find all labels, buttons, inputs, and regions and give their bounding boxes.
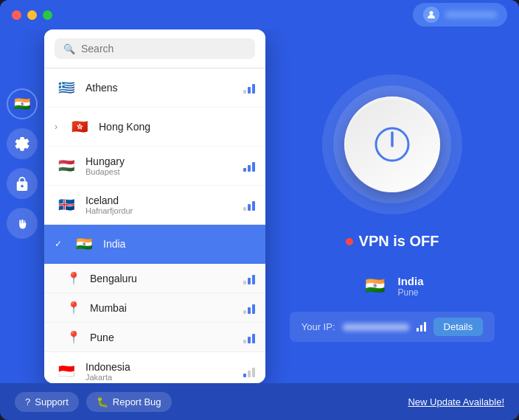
search-container: 🔍 (44, 29, 265, 69)
report-bug-label: Report Bug (113, 396, 161, 407)
bug-icon: 🐛 (97, 396, 108, 407)
update-available-link[interactable]: New Update Available! (408, 396, 504, 407)
selected-location-info: India Pune (397, 275, 423, 298)
minimize-button[interactable] (27, 10, 37, 20)
server-name: Pune (90, 332, 236, 343)
gear-icon (15, 136, 29, 151)
country-flag-icon: 🇮🇸 (55, 193, 78, 217)
server-info: Mumbai (90, 302, 236, 314)
search-icon: 🔍 (63, 43, 75, 55)
bar-2 (248, 204, 251, 211)
server-name: India (103, 238, 255, 250)
server-list-panel: 🔍 🇬🇷 Athens (44, 29, 265, 383)
sidebar-item-location[interactable]: 🇮🇳 (7, 88, 38, 119)
server-info: Hungary Budapest (86, 155, 236, 176)
list-item[interactable]: 🇭🇺 Hungary Budapest (44, 147, 265, 186)
bar-2 (248, 278, 251, 284)
list-item[interactable]: 🇮🇸 Iceland Hafnarfjordur (44, 186, 265, 225)
location-pin-icon: 📍 (65, 330, 83, 344)
search-input-wrap[interactable]: 🔍 (55, 38, 255, 59)
bar-2 (248, 87, 251, 94)
signal-bars (243, 332, 255, 343)
list-item[interactable]: 🇮🇩 Indonesia Jakarta (44, 352, 265, 383)
bar-2 (248, 307, 251, 314)
vpn-status-indicator: VPN is OFF (346, 233, 439, 250)
server-city: Jakarta (86, 373, 236, 382)
country-flag-icon: 🇭🇰 (68, 115, 91, 139)
sidebar-item-blocker[interactable] (7, 208, 38, 239)
report-bug-button[interactable]: 🐛 Report Bug (86, 392, 172, 412)
sidebar-icon-panel: 🇮🇳 (0, 29, 44, 383)
bar-1 (417, 328, 419, 332)
expand-icon: ✓ (55, 239, 62, 249)
bar-3 (252, 162, 255, 172)
selected-country-flag: 🇮🇳 (360, 272, 389, 300)
list-item[interactable]: 📍 Mumbai (44, 293, 265, 323)
list-item[interactable]: ✓ 🇮🇳 India (44, 225, 265, 264)
bar-3 (252, 368, 255, 377)
server-info: Indonesia Jakarta (86, 361, 236, 382)
maximize-button[interactable] (43, 10, 52, 20)
signal-bars (243, 199, 255, 211)
bar-1 (243, 340, 246, 343)
support-button[interactable]: ? Support (15, 392, 79, 412)
signal-bars (243, 273, 255, 284)
hand-icon (15, 216, 29, 231)
bar-1 (243, 374, 246, 377)
ip-label: Your IP: (302, 321, 335, 332)
server-info: Athens (86, 82, 236, 94)
server-name: Athens (86, 82, 236, 94)
selected-country-name: India (397, 275, 423, 287)
details-button[interactable]: Details (433, 318, 484, 336)
server-name: Bengaluru (90, 273, 236, 284)
server-info: Hong Kong (99, 121, 255, 133)
search-input[interactable] (81, 43, 246, 55)
sidebar-item-security[interactable] (7, 168, 38, 199)
server-name: Hong Kong (99, 121, 255, 133)
close-button[interactable] (12, 10, 21, 20)
list-item[interactable]: 🇬🇷 Athens (44, 69, 265, 108)
bar-3 (252, 201, 255, 211)
app-window: 🇮🇳 🔍 (0, 0, 519, 420)
country-flag-icon: 🇮🇳 (72, 232, 96, 256)
bar-1 (243, 281, 246, 284)
selected-location-display: 🇮🇳 India Pune (360, 272, 423, 300)
power-toggle-button[interactable] (344, 97, 440, 192)
list-item[interactable]: 📍 Pune (44, 323, 265, 352)
signal-bars (243, 160, 255, 172)
vpn-status-panel: VPN is OFF 🇮🇳 India Pune Your IP: Detail… (265, 29, 519, 383)
list-item[interactable]: › 🇭🇰 Hong Kong (44, 108, 265, 147)
location-pin-icon: 📍 (65, 271, 83, 285)
server-name: Indonesia (86, 361, 236, 373)
country-flag-icon: 🇮🇩 (55, 360, 78, 383)
location-pin-icon: 📍 (65, 301, 83, 315)
bar-1 (243, 207, 246, 211)
signal-bars (243, 82, 255, 94)
server-info: Bengaluru (90, 273, 236, 284)
server-name: Hungary (86, 155, 236, 167)
vpn-status-text: VPN is OFF (359, 233, 439, 250)
india-flag-icon: 🇮🇳 (14, 96, 30, 112)
bar-3 (252, 84, 255, 94)
country-flag-icon: 🇭🇺 (55, 154, 78, 178)
server-list: 🇬🇷 Athens › 🇭🇰 Hong Kong (44, 69, 265, 383)
signal-bars (243, 302, 255, 314)
ip-address-bar: Your IP: Details (290, 312, 495, 342)
list-item[interactable]: 📍 Bengaluru (44, 264, 265, 293)
bar-1 (243, 168, 246, 172)
user-name-display (445, 11, 497, 18)
bar-1 (243, 310, 246, 314)
bar-2 (248, 165, 251, 172)
sidebar-item-settings[interactable] (7, 128, 38, 159)
user-account-button[interactable] (413, 3, 507, 27)
server-city: Budapest (86, 167, 236, 176)
bottom-bar: ? Support 🐛 Report Bug New Update Availa… (0, 383, 519, 420)
bar-3 (424, 322, 426, 332)
connection-signal (417, 322, 426, 332)
server-name: Mumbai (90, 302, 236, 314)
power-symbol-icon (373, 125, 411, 164)
titlebar (0, 0, 519, 29)
server-info: India (103, 238, 255, 250)
main-content: 🇮🇳 🔍 (0, 29, 519, 383)
server-info: Iceland Hafnarfjordur (86, 195, 236, 215)
